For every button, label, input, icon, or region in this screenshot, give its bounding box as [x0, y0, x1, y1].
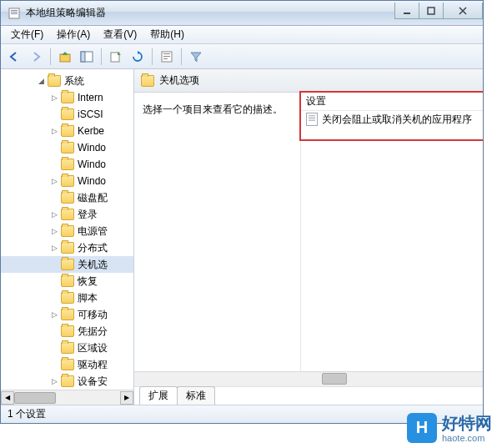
- content-hscrollbar[interactable]: [134, 371, 483, 386]
- setting-item[interactable]: 关闭会阻止或取消关机的应用程序: [301, 111, 483, 128]
- tree-node[interactable]: ▷Intern: [1, 89, 133, 106]
- expand-icon[interactable]: [49, 143, 59, 153]
- expand-icon[interactable]: ▷: [49, 376, 59, 386]
- expand-icon[interactable]: ▷: [49, 126, 59, 136]
- tree-node[interactable]: 恢复: [1, 273, 133, 289]
- toolbar: [1, 44, 483, 69]
- tree-node[interactable]: ▷分布式: [1, 239, 133, 256]
- tree-node-root[interactable]: ◢ 系统: [1, 73, 133, 89]
- tree-label: Kerbe: [78, 125, 104, 137]
- body-area: ◢ 系统 ▷InterniSCSI▷KerbeWindoWindo▷Windo磁…: [1, 69, 483, 405]
- expand-icon[interactable]: [49, 109, 59, 119]
- tree-node[interactable]: ▷Kerbe: [1, 123, 133, 139]
- tree-node[interactable]: iSCSI: [1, 106, 133, 123]
- close-button[interactable]: [443, 3, 483, 19]
- collapse-icon[interactable]: ◢: [36, 76, 46, 86]
- menu-action[interactable]: 操作(A): [50, 26, 97, 43]
- menu-file[interactable]: 文件(F): [4, 26, 50, 43]
- tree-node[interactable]: ▷Windo: [1, 173, 133, 189]
- tree-node[interactable]: 脚本: [1, 289, 133, 306]
- content-title: 关机选项: [159, 73, 199, 88]
- toolbar-separator: [152, 48, 153, 65]
- window-controls: [395, 3, 483, 19]
- svg-rect-4: [404, 13, 410, 14]
- expand-icon[interactable]: ▷: [49, 93, 59, 103]
- tree-node[interactable]: 驱动程: [1, 356, 133, 373]
- tree-hscrollbar[interactable]: ◀ ▶: [1, 390, 133, 405]
- menu-view[interactable]: 查看(V): [97, 26, 143, 43]
- tree-node[interactable]: 关机选: [1, 256, 133, 273]
- folder-icon: [61, 242, 74, 254]
- window-title: 本地组策略编辑器: [26, 6, 395, 20]
- expand-icon[interactable]: [49, 193, 59, 203]
- tree-node[interactable]: Windo: [1, 156, 133, 173]
- back-button[interactable]: [4, 47, 24, 67]
- expand-icon[interactable]: [49, 326, 59, 336]
- folder-icon: [61, 175, 74, 187]
- svg-rect-3: [11, 13, 18, 14]
- show-hide-tree-button[interactable]: [77, 47, 97, 67]
- properties-button[interactable]: [157, 47, 177, 67]
- expand-icon[interactable]: ▷: [49, 209, 59, 219]
- expand-icon[interactable]: [49, 293, 59, 303]
- maximize-button[interactable]: [419, 3, 444, 19]
- tree-label: iSCSI: [78, 108, 103, 120]
- scroll-right-button[interactable]: ▶: [120, 391, 133, 405]
- tab-extended[interactable]: 扩展: [139, 386, 178, 405]
- scroll-track[interactable]: [14, 391, 120, 405]
- setting-label: 关闭会阻止或取消关机的应用程序: [322, 113, 472, 127]
- expand-icon[interactable]: [49, 276, 59, 286]
- tree-node[interactable]: Windo: [1, 139, 133, 156]
- tree-label: 系统: [64, 74, 84, 88]
- expand-icon[interactable]: ▷: [49, 226, 59, 236]
- menu-help[interactable]: 帮助(H): [143, 26, 191, 43]
- scroll-thumb[interactable]: [322, 373, 347, 385]
- tree-label: Windo: [78, 175, 106, 187]
- expand-icon[interactable]: ▷: [49, 176, 59, 186]
- folder-icon: [61, 375, 74, 387]
- tree-node[interactable]: ▷可移动: [1, 306, 133, 323]
- folder-icon: [61, 309, 74, 320]
- expand-icon[interactable]: ▷: [49, 243, 59, 253]
- folder-icon: [61, 292, 74, 304]
- folder-icon: [61, 92, 74, 103]
- folder-icon: [61, 259, 74, 270]
- expand-icon[interactable]: [49, 159, 59, 169]
- tree-node[interactable]: 磁盘配: [1, 189, 133, 206]
- folder-icon: [61, 342, 74, 354]
- expand-icon[interactable]: ▷: [49, 310, 59, 320]
- expand-icon[interactable]: [49, 259, 59, 269]
- minimize-button[interactable]: [394, 3, 419, 19]
- tree-view[interactable]: ◢ 系统 ▷InterniSCSI▷KerbeWindoWindo▷Windo磁…: [1, 69, 133, 390]
- export-button[interactable]: [106, 47, 126, 67]
- svg-rect-5: [428, 8, 434, 14]
- tree-label: 凭据分: [78, 325, 108, 339]
- titlebar[interactable]: 本地组策略编辑器: [1, 1, 483, 26]
- tree-node[interactable]: ▷电源管: [1, 223, 133, 239]
- tree-node[interactable]: ▷登录: [1, 206, 133, 223]
- scroll-left-button[interactable]: ◀: [1, 391, 14, 405]
- folder-icon: [61, 325, 74, 337]
- svg-rect-13: [163, 58, 168, 59]
- tree-node[interactable]: 凭据分: [1, 323, 133, 340]
- description-column: 选择一个项目来查看它的描述。: [134, 93, 301, 371]
- forward-button[interactable]: [26, 47, 46, 67]
- folder-icon: [61, 359, 74, 370]
- refresh-button[interactable]: [128, 47, 148, 67]
- folder-icon: [61, 225, 74, 237]
- scroll-thumb[interactable]: [14, 392, 56, 404]
- tree-label: 分布式: [78, 241, 108, 255]
- list-column-header[interactable]: 设置: [301, 93, 483, 111]
- tree-node[interactable]: 区域设: [1, 340, 133, 356]
- svg-rect-6: [60, 54, 70, 62]
- filter-button[interactable]: [186, 47, 206, 67]
- up-button[interactable]: [55, 47, 75, 67]
- tree-node[interactable]: ▷设备安: [1, 373, 133, 390]
- tab-standard[interactable]: 标准: [177, 386, 215, 405]
- app-window: 本地组策略编辑器 文件(F) 操作(A) 查看(V) 帮助(H) ◢: [0, 0, 484, 424]
- tree-pane: ◢ 系统 ▷InterniSCSI▷KerbeWindoWindo▷Windo磁…: [1, 69, 134, 405]
- folder-icon: [61, 209, 74, 220]
- expand-icon[interactable]: [49, 360, 59, 370]
- expand-icon[interactable]: [49, 343, 59, 353]
- tree-label: 关机选: [78, 258, 108, 272]
